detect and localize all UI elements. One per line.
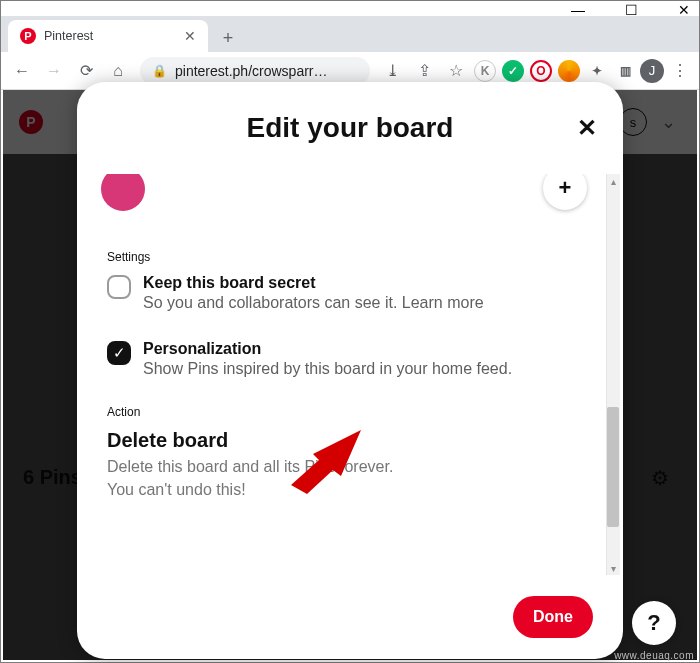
modal-title: Edit your board [247,112,454,144]
scroll-down-icon[interactable]: ▾ [606,561,620,575]
edit-board-modal: Edit your board ✕ + Settings Keep this b… [77,82,623,659]
install-app-icon[interactable]: ⤓ [378,57,406,85]
scroll-up-icon[interactable]: ▴ [606,174,620,188]
extension-icon[interactable]: K [474,60,496,82]
browser-tab-strip: P Pinterest ✕ + [0,16,700,52]
window-minimize-button[interactable]: — [571,2,585,18]
modal-body: + Settings Keep this board secret So you… [77,174,623,575]
personalization-description: Show Pins inspired by this board in your… [143,358,512,380]
extension-icon[interactable]: ✓ [502,60,524,82]
done-button[interactable]: Done [513,596,593,638]
tab-title: Pinterest [44,29,176,43]
extensions-puzzle-icon[interactable]: ✦ [586,60,608,82]
window-close-button[interactable]: ✕ [678,2,690,18]
delete-board-title: Delete board [107,429,583,452]
scrollbar-thumb[interactable] [607,407,619,527]
tab-close-icon[interactable]: ✕ [184,28,196,44]
extension-icons: K ✓ O ✦ ▥ [474,60,636,82]
forward-button[interactable]: → [40,57,68,85]
delete-board-action[interactable]: Delete board Delete this board and all i… [107,429,583,501]
lock-icon: 🔒 [152,64,167,78]
help-button[interactable]: ? [632,601,676,645]
reload-button[interactable]: ⟳ [72,57,100,85]
new-tab-button[interactable]: + [214,24,242,52]
personalization-title: Personalization [143,340,512,358]
chrome-menu-button[interactable]: ⋮ [668,61,692,80]
delete-board-description-line1: Delete this board and all its Pins forev… [107,456,583,478]
browser-tab-pinterest[interactable]: P Pinterest ✕ [8,20,208,52]
collaborator-avatar[interactable] [101,174,145,211]
modal-close-button[interactable]: ✕ [577,114,597,142]
modal-header: Edit your board ✕ [77,82,623,174]
action-section-label: Action [107,405,583,419]
extension-icon[interactable]: O [530,60,552,82]
window-maximize-button[interactable]: ☐ [625,2,638,18]
back-button[interactable]: ← [8,57,36,85]
modal-footer: Done [77,575,623,659]
window-controls: — ☐ ✕ [0,0,700,16]
profile-avatar[interactable]: J [640,59,664,83]
extension-icon[interactable] [558,60,580,82]
delete-board-description-line2: You can't undo this! [107,479,583,501]
extension-icon[interactable]: ▥ [614,60,636,82]
home-button[interactable]: ⌂ [104,57,132,85]
pinterest-favicon-icon: P [20,28,36,44]
scrollbar-track[interactable]: ▴ ▾ [606,174,620,575]
bookmark-icon[interactable]: ☆ [442,57,470,85]
collaborators-row: + [107,174,583,222]
url-text: pinterest.ph/crowsparr… [175,63,328,79]
address-bar[interactable]: 🔒 pinterest.ph/crowsparr… [140,57,370,85]
personalization-toggle-row[interactable]: ✓ Personalization Show Pins inspired by … [107,340,583,380]
watermark-text: www.deuaq.com [614,650,694,661]
share-icon[interactable]: ⇪ [410,57,438,85]
personalization-checkbox[interactable]: ✓ [107,341,131,365]
